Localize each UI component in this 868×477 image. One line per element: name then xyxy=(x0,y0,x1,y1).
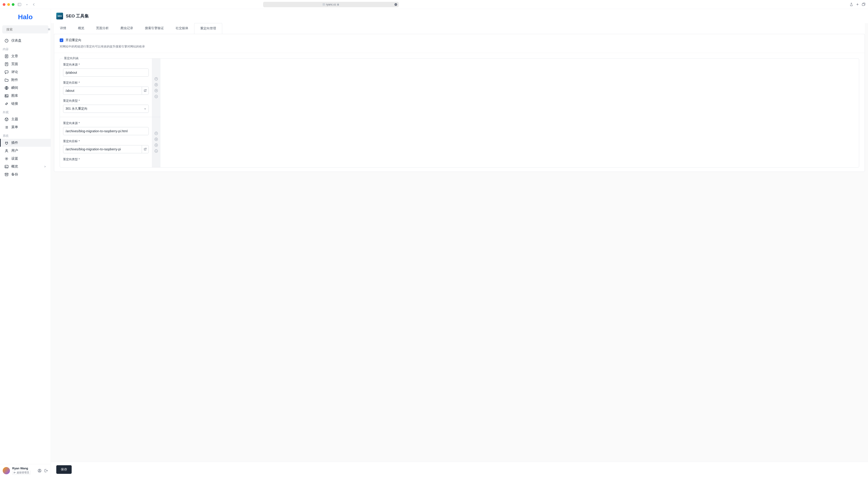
tab-detail[interactable]: 详情 xyxy=(54,23,72,34)
sidebar-item-plugins[interactable]: 插件 xyxy=(0,139,51,147)
nav-label: 用户 xyxy=(11,149,18,153)
tab-social[interactable]: 社交媒体 xyxy=(170,23,194,34)
tabs-icon[interactable] xyxy=(862,3,865,6)
svg-point-18 xyxy=(6,119,6,119)
redirect-item: 重定向来源 * 重定向目标 * xyxy=(60,117,160,167)
panel: ✓ 开启重定向 对网站中的死链进行重定向可以有效的提升搜索引擎对网站的收录 重定… xyxy=(54,34,865,172)
sidebar-item-photos[interactable]: 图库 xyxy=(0,92,51,100)
open-link-icon[interactable] xyxy=(142,87,149,95)
logout-icon[interactable] xyxy=(44,469,48,473)
tab-redirect[interactable]: 重定向管理 xyxy=(194,23,222,34)
save-button[interactable]: 保存 xyxy=(56,465,72,474)
svg-rect-24 xyxy=(5,173,8,174)
enable-redirect-checkbox[interactable]: ✓ xyxy=(60,38,63,42)
sidebar-item-users[interactable]: 用户 xyxy=(0,147,51,155)
redirect-item-actions xyxy=(152,59,160,117)
userbar: Ryan Wang 超级管理员 xyxy=(0,464,51,477)
url-bar[interactable]: ryanc.cc xyxy=(263,2,399,7)
nav-section-appearance: 外观 xyxy=(0,108,51,115)
sidebar-toggle-icon[interactable] xyxy=(16,2,23,6)
footer-bar: 保存 xyxy=(51,462,868,477)
nav-label: 瞬间 xyxy=(11,86,18,90)
svg-point-27 xyxy=(39,470,40,471)
document-icon xyxy=(4,54,8,58)
sidebar-item-settings[interactable]: 设置 xyxy=(0,155,51,162)
svg-point-17 xyxy=(5,118,8,121)
tab-crawler[interactable]: 爬虫记录 xyxy=(115,23,139,34)
svg-rect-0 xyxy=(18,3,21,6)
redirect-target-input[interactable] xyxy=(63,145,142,153)
window-controls xyxy=(3,3,14,6)
target-label: 重定向目标 * xyxy=(63,81,149,85)
sidebar-item-pages[interactable]: 页面 xyxy=(0,60,51,68)
profile-icon[interactable] xyxy=(37,469,41,473)
nav-label: 页面 xyxy=(11,62,18,66)
new-tab-icon[interactable] xyxy=(856,3,859,6)
maximize-window[interactable] xyxy=(12,3,14,6)
reader-icon[interactable] xyxy=(394,3,397,6)
tab-verification[interactable]: 搜索引擎验证 xyxy=(139,23,170,34)
remove-icon[interactable] xyxy=(154,138,158,141)
redirect-source-input[interactable] xyxy=(63,68,149,77)
plug-icon xyxy=(4,141,8,145)
nav-label: 主题 xyxy=(11,117,18,121)
sidebar-item-menus[interactable]: 菜单 xyxy=(0,123,51,131)
add-icon[interactable] xyxy=(154,89,158,92)
browser-titlebar: ryanc.cc xyxy=(0,0,868,9)
add-icon[interactable] xyxy=(154,143,158,147)
enable-redirect-label: 开启重定向 xyxy=(66,38,81,42)
back-icon[interactable] xyxy=(31,2,37,6)
svg-point-20 xyxy=(6,120,7,120)
gauge-icon xyxy=(4,39,8,43)
eye-icon xyxy=(4,165,8,169)
username: Ryan Wang xyxy=(12,467,35,470)
svg-point-35 xyxy=(155,150,158,153)
nav-section-system: 系统 xyxy=(0,131,51,139)
avatar[interactable] xyxy=(3,467,10,474)
chevron-down-icon[interactable] xyxy=(24,3,29,6)
svg-rect-8 xyxy=(862,4,864,6)
sidebar-item-overview[interactable]: 概览 xyxy=(0,162,51,171)
svg-rect-15 xyxy=(5,94,8,97)
move-down-icon[interactable] xyxy=(154,149,158,153)
search-input[interactable] xyxy=(6,28,46,31)
redirect-source-input[interactable] xyxy=(63,127,149,135)
move-up-icon[interactable] xyxy=(154,77,158,81)
sidebar-item-comments[interactable]: 评论 xyxy=(0,68,51,76)
globe-icon xyxy=(4,86,8,90)
sidebar-item-posts[interactable]: 文章 xyxy=(0,52,51,60)
redirect-type-select[interactable] xyxy=(63,105,149,113)
nav-label: 概览 xyxy=(11,165,18,169)
sidebar-item-links[interactable]: 链接 xyxy=(0,100,51,108)
move-up-icon[interactable] xyxy=(154,131,158,135)
archive-icon xyxy=(4,173,8,177)
nav-label: 评论 xyxy=(11,70,18,74)
redirect-item-actions xyxy=(152,117,160,167)
nav-label: 仪表盘 xyxy=(11,38,22,43)
sidebar-item-themes[interactable]: 主题 xyxy=(0,115,51,123)
svg-rect-13 xyxy=(5,71,8,73)
tab-overview[interactable]: 概览 xyxy=(72,23,90,34)
open-link-icon[interactable] xyxy=(142,145,149,153)
svg-point-5 xyxy=(395,4,395,5)
source-label: 重定向来源 * xyxy=(63,121,149,125)
sidebar-item-attachments[interactable]: 附件 xyxy=(0,76,51,84)
move-down-icon[interactable] xyxy=(154,95,158,98)
search-box[interactable]: ⌘+K xyxy=(2,25,49,33)
remove-icon[interactable] xyxy=(154,83,158,87)
nav-label: 插件 xyxy=(11,141,18,145)
redirect-target-input[interactable] xyxy=(63,87,142,95)
close-window[interactable] xyxy=(3,3,5,6)
sidebar-item-moments[interactable]: 瞬间 xyxy=(0,84,51,92)
share-icon[interactable] xyxy=(850,3,853,6)
sidebar: Halo ⌘+K 仪表盘 内容 文章 页面 评论 xyxy=(0,9,51,477)
link-icon xyxy=(4,102,8,106)
svg-point-32 xyxy=(155,132,158,135)
sidebar-item-backup[interactable]: 备份 xyxy=(0,171,51,178)
lock-icon xyxy=(337,3,339,6)
sidebar-item-dashboard[interactable]: 仪表盘 xyxy=(0,37,51,44)
minimize-window[interactable] xyxy=(7,3,10,6)
tab-page-analysis[interactable]: 页面分析 xyxy=(90,23,115,34)
comment-icon xyxy=(4,70,8,74)
url-text: ryanc.cc xyxy=(326,3,336,6)
